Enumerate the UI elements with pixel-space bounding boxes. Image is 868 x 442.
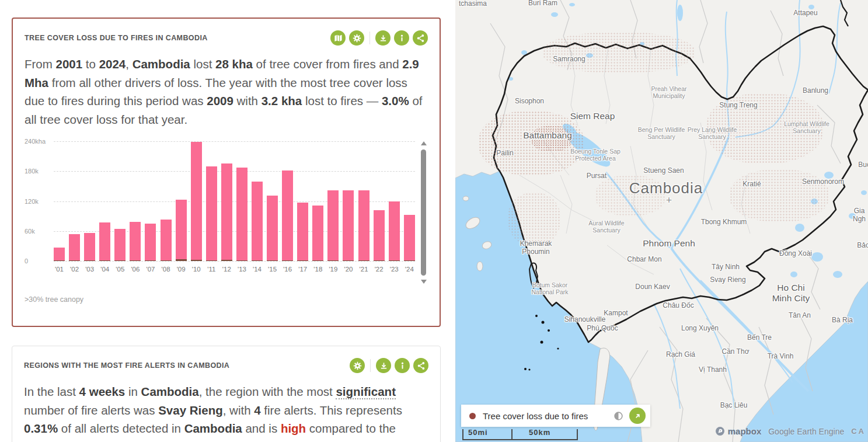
chart-y-axis: 240kha180k120k60k0 (25, 141, 54, 276)
y-axis-tick: 180k (25, 168, 39, 175)
bar-segment-other-drivers[interactable] (206, 166, 217, 260)
bar-segment-other-drivers[interactable] (176, 200, 187, 260)
bar-segment-other-drivers[interactable] (358, 190, 369, 260)
bar-year-08[interactable]: '08 (161, 141, 172, 276)
widget1-title: TREE COVER LOSS DUE TO FIRES IN CAMBODIA (25, 34, 208, 42)
bar-year-10[interactable]: '10 (191, 141, 202, 276)
bar-year-11[interactable]: '11 (206, 141, 217, 276)
bar-segment-other-drivers[interactable] (374, 210, 385, 260)
tree-cover-loss-chart: 240kha180k120k60k0 '01'02'03'04'05'06'07… (25, 141, 428, 286)
info-icon (398, 34, 406, 43)
widget1-summary: From 2001 to 2024, Cambodia lost 28 kha … (25, 55, 428, 128)
bar-year-12[interactable]: '12 (221, 141, 232, 276)
x-axis-tick: '11 (206, 261, 217, 276)
bar-segment-other-drivers[interactable] (130, 222, 141, 260)
share-icon-button[interactable] (413, 358, 428, 373)
bar-year-13[interactable]: '13 (236, 141, 247, 276)
info-icon (398, 361, 407, 370)
x-axis-tick: '08 (161, 261, 172, 276)
download-icon-button[interactable] (376, 358, 391, 373)
y-axis-tick: 120k (25, 198, 39, 205)
bar-year-22[interactable]: '22 (374, 141, 385, 276)
legend-color-dot (469, 413, 476, 419)
chart-scrollbar[interactable] (420, 140, 428, 285)
bar-year-21[interactable]: '21 (358, 141, 369, 276)
info-icon-button[interactable] (394, 30, 409, 46)
bar-segment-other-drivers[interactable] (99, 222, 110, 260)
bar-segment-other-drivers[interactable] (389, 201, 400, 260)
map-canvas[interactable]: tchasimaBuri RamAttapeuSamraongSisophonS… (455, 0, 868, 442)
download-icon-button[interactable] (375, 30, 391, 46)
bar-year-15[interactable]: '15 (267, 141, 278, 276)
bar-year-18[interactable]: '18 (312, 141, 323, 276)
bar-segment-other-drivers[interactable] (114, 229, 126, 260)
bar-segment-other-drivers[interactable] (327, 190, 339, 260)
bar-segment-other-drivers[interactable] (343, 190, 354, 260)
bar-segment-other-drivers[interactable] (145, 224, 156, 260)
bar-segment-other-drivers[interactable] (221, 163, 232, 260)
settings-icon-button[interactable] (350, 358, 365, 373)
bar-segment-other-drivers[interactable] (191, 142, 202, 260)
map-legend: Tree cover loss due to fires (461, 405, 650, 427)
share-icon (417, 361, 426, 370)
legend-share-button[interactable] (629, 408, 646, 424)
bar-segment-other-drivers[interactable] (161, 220, 172, 260)
x-axis-tick: '15 (267, 261, 278, 276)
bar-year-14[interactable]: '14 (252, 141, 263, 276)
bar-segment-other-drivers[interactable] (54, 248, 65, 260)
widget-tree-cover-loss-fires: TREE COVER LOSS DUE TO FIRES IN CAMBODIA… (12, 18, 441, 327)
bar-year-19[interactable]: '19 (327, 141, 339, 276)
mapbox-logo-icon (715, 426, 725, 436)
map-icon (334, 34, 343, 43)
bar-year-23[interactable]: '23 (389, 141, 400, 276)
bar-year-04[interactable]: '04 (99, 141, 110, 276)
bar-segment-other-drivers[interactable] (312, 206, 323, 260)
map-icon-button[interactable] (330, 30, 346, 46)
gfw-dashboard: TREE COVER LOSS DUE TO FIRES IN CAMBODIA… (0, 0, 868, 442)
widget-fire-alerts-regions: REGIONS WITH THE MOST FIRE ALERTS IN CAM… (12, 346, 441, 442)
scroll-up-arrow-icon[interactable] (421, 141, 427, 145)
x-axis-tick: '24 (404, 261, 415, 276)
widgets-panel: TREE COVER LOSS DUE TO FIRES IN CAMBODIA… (0, 0, 455, 442)
bar-year-09[interactable]: '09 (176, 141, 187, 276)
mapbox-logo[interactable]: mapbox (715, 426, 762, 436)
bar-year-20[interactable]: '20 (343, 141, 354, 276)
toolbar-divider (369, 32, 370, 44)
bar-segment-other-drivers[interactable] (297, 203, 308, 260)
toolbar-divider (370, 359, 371, 372)
scale-miles: 50mi (462, 429, 513, 440)
bar-year-03[interactable]: '03 (84, 141, 95, 276)
bar-year-01[interactable]: '01 (54, 141, 65, 276)
bar-segment-other-drivers[interactable] (84, 233, 95, 260)
bar-year-07[interactable]: '07 (145, 141, 156, 276)
map-attribution: mapbox Google Earth Engine CA (715, 426, 866, 436)
opacity-icon[interactable] (611, 408, 626, 423)
bar-year-16[interactable]: '16 (282, 141, 293, 276)
bar-segment-other-drivers[interactable] (267, 196, 278, 260)
x-axis-tick: '12 (221, 261, 232, 276)
carto-attribution[interactable]: CA (851, 427, 866, 436)
x-axis-tick: '03 (84, 261, 95, 276)
google-earth-engine-attribution[interactable]: Google Earth Engine (768, 427, 844, 436)
bar-segment-other-drivers[interactable] (404, 215, 415, 260)
scrollbar-thumb[interactable] (421, 149, 426, 276)
bar-segment-other-drivers[interactable] (236, 168, 247, 260)
scale-km: 50km (513, 429, 578, 440)
x-axis-tick: '07 (145, 261, 156, 276)
bar-year-05[interactable]: '05 (114, 141, 126, 276)
settings-icon-button[interactable] (349, 30, 364, 46)
x-axis-tick: '09 (176, 261, 187, 276)
bar-year-17[interactable]: '17 (297, 141, 308, 276)
bar-segment-other-drivers[interactable] (282, 170, 293, 260)
bar-year-02[interactable]: '02 (69, 141, 80, 276)
bar-segment-other-drivers[interactable] (69, 234, 80, 260)
scroll-down-arrow-icon[interactable] (421, 280, 427, 284)
x-axis-tick: '18 (312, 261, 323, 276)
info-icon-button[interactable] (395, 358, 410, 373)
x-axis-tick: '21 (358, 261, 369, 276)
x-axis-tick: '19 (327, 261, 339, 276)
bar-segment-other-drivers[interactable] (252, 182, 263, 260)
bar-year-06[interactable]: '06 (130, 141, 141, 276)
share-icon-button[interactable] (413, 30, 428, 46)
bar-year-24[interactable]: '24 (404, 141, 415, 276)
